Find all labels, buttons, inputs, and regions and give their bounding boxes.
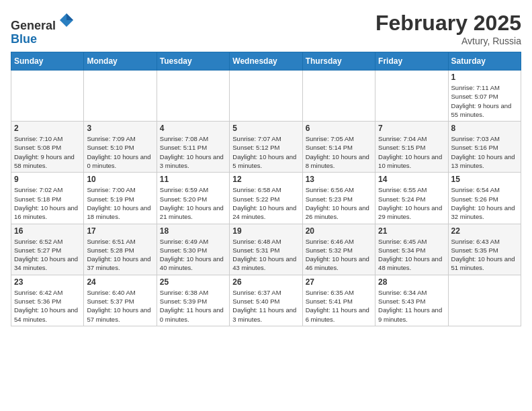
day-number: 3 [87, 124, 153, 133]
logo-blue: Blue [11, 32, 37, 46]
day-info: Sunrise: 6:35 AM Sunset: 5:41 PM Dayligh… [306, 288, 372, 324]
day-number: 27 [306, 277, 372, 287]
col-sunday: Sunday [11, 52, 84, 71]
col-saturday: Saturday [448, 52, 521, 71]
col-thursday: Thursday [302, 52, 375, 71]
day-info: Sunrise: 6:58 AM Sunset: 5:22 PM Dayligh… [232, 185, 299, 221]
day-number: 9 [14, 175, 81, 184]
day-info: Sunrise: 6:42 AM Sunset: 5:36 PM Dayligh… [14, 288, 81, 324]
day-info: Sunrise: 6:37 AM Sunset: 5:40 PM Dayligh… [232, 288, 299, 324]
calendar-cell: 24Sunrise: 6:40 AM Sunset: 5:37 PM Dayli… [84, 275, 157, 326]
calendar-cell: 21Sunrise: 6:45 AM Sunset: 5:34 PM Dayli… [375, 224, 448, 275]
day-number: 13 [306, 175, 372, 184]
calendar-cell: 6Sunrise: 7:05 AM Sunset: 5:14 PM Daylig… [302, 122, 375, 173]
col-friday: Friday [375, 52, 448, 71]
calendar-cell: 5Sunrise: 7:07 AM Sunset: 5:12 PM Daylig… [230, 122, 302, 173]
day-number: 17 [87, 226, 153, 236]
day-number: 1 [451, 73, 518, 82]
svg-marker-1 [66, 13, 73, 20]
day-info: Sunrise: 7:08 AM Sunset: 5:11 PM Dayligh… [160, 134, 226, 170]
calendar-cell: 27Sunrise: 6:35 AM Sunset: 5:41 PM Dayli… [302, 275, 375, 326]
calendar-cell [84, 71, 157, 122]
day-info: Sunrise: 6:43 AM Sunset: 5:35 PM Dayligh… [451, 237, 518, 273]
day-number: 4 [160, 124, 226, 133]
day-info: Sunrise: 7:00 AM Sunset: 5:19 PM Dayligh… [87, 185, 153, 221]
calendar-week-4: 16Sunrise: 6:52 AM Sunset: 5:27 PM Dayli… [11, 224, 521, 275]
col-tuesday: Tuesday [157, 52, 229, 71]
day-info: Sunrise: 6:46 AM Sunset: 5:32 PM Dayligh… [306, 237, 372, 273]
calendar-cell: 18Sunrise: 6:49 AM Sunset: 5:30 PM Dayli… [157, 224, 229, 275]
day-info: Sunrise: 6:51 AM Sunset: 5:28 PM Dayligh… [87, 237, 153, 273]
title-area: February 2025 Avtury, Russia [375, 11, 521, 46]
day-number: 23 [14, 277, 81, 287]
day-number: 11 [160, 175, 226, 184]
calendar-cell: 3Sunrise: 7:09 AM Sunset: 5:10 PM Daylig… [84, 122, 157, 173]
day-info: Sunrise: 6:40 AM Sunset: 5:37 PM Dayligh… [87, 288, 153, 324]
day-info: Sunrise: 7:03 AM Sunset: 5:16 PM Dayligh… [451, 134, 518, 170]
day-number: 5 [232, 124, 299, 133]
calendar-cell: 7Sunrise: 7:04 AM Sunset: 5:15 PM Daylig… [375, 122, 448, 173]
day-number: 7 [378, 124, 445, 133]
day-number: 20 [306, 226, 372, 236]
calendar-cell: 12Sunrise: 6:58 AM Sunset: 5:22 PM Dayli… [230, 173, 302, 224]
calendar-cell: 22Sunrise: 6:43 AM Sunset: 5:35 PM Dayli… [448, 224, 521, 275]
day-info: Sunrise: 6:38 AM Sunset: 5:39 PM Dayligh… [160, 288, 226, 324]
day-info: Sunrise: 6:59 AM Sunset: 5:20 PM Dayligh… [160, 185, 226, 221]
logo-general: General [11, 19, 56, 32]
calendar-cell: 2Sunrise: 7:10 AM Sunset: 5:08 PM Daylig… [11, 122, 84, 173]
day-number: 26 [232, 277, 299, 287]
calendar-cell: 25Sunrise: 6:38 AM Sunset: 5:39 PM Dayli… [157, 275, 229, 326]
day-info: Sunrise: 6:34 AM Sunset: 5:43 PM Dayligh… [378, 288, 445, 324]
calendar-cell: 1Sunrise: 7:11 AM Sunset: 5:07 PM Daylig… [448, 71, 521, 122]
calendar-cell: 14Sunrise: 6:55 AM Sunset: 5:24 PM Dayli… [375, 173, 448, 224]
calendar-cell [230, 71, 302, 122]
calendar-week-2: 2Sunrise: 7:10 AM Sunset: 5:08 PM Daylig… [11, 122, 521, 173]
calendar-cell [11, 71, 84, 122]
day-number: 12 [232, 175, 299, 184]
day-info: Sunrise: 6:48 AM Sunset: 5:31 PM Dayligh… [232, 237, 299, 273]
calendar-week-3: 9Sunrise: 7:02 AM Sunset: 5:18 PM Daylig… [11, 173, 521, 224]
calendar-cell: 9Sunrise: 7:02 AM Sunset: 5:18 PM Daylig… [11, 173, 84, 224]
day-number: 25 [160, 277, 226, 287]
col-wednesday: Wednesday [230, 52, 302, 71]
day-info: Sunrise: 6:54 AM Sunset: 5:26 PM Dayligh… [451, 185, 518, 221]
calendar-week-1: 1Sunrise: 7:11 AM Sunset: 5:07 PM Daylig… [11, 71, 521, 122]
calendar-cell: 15Sunrise: 6:54 AM Sunset: 5:26 PM Dayli… [448, 173, 521, 224]
day-number: 19 [232, 226, 299, 236]
calendar-cell: 16Sunrise: 6:52 AM Sunset: 5:27 PM Dayli… [11, 224, 84, 275]
day-info: Sunrise: 7:11 AM Sunset: 5:07 PM Dayligh… [451, 83, 518, 119]
col-monday: Monday [84, 52, 157, 71]
calendar-cell: 19Sunrise: 6:48 AM Sunset: 5:31 PM Dayli… [230, 224, 302, 275]
calendar-cell: 20Sunrise: 6:46 AM Sunset: 5:32 PM Dayli… [302, 224, 375, 275]
calendar-header-row: Sunday Monday Tuesday Wednesday Thursday… [11, 52, 521, 71]
calendar: Sunday Monday Tuesday Wednesday Thursday… [11, 52, 521, 326]
day-info: Sunrise: 7:09 AM Sunset: 5:10 PM Dayligh… [87, 134, 153, 170]
day-info: Sunrise: 7:10 AM Sunset: 5:08 PM Dayligh… [14, 134, 81, 170]
day-info: Sunrise: 7:04 AM Sunset: 5:15 PM Dayligh… [378, 134, 445, 170]
day-info: Sunrise: 6:49 AM Sunset: 5:30 PM Dayligh… [160, 237, 226, 273]
location: Avtury, Russia [375, 36, 521, 46]
calendar-cell: 4Sunrise: 7:08 AM Sunset: 5:11 PM Daylig… [157, 122, 229, 173]
day-info: Sunrise: 6:55 AM Sunset: 5:24 PM Dayligh… [378, 185, 445, 221]
calendar-cell [375, 71, 448, 122]
day-number: 24 [87, 277, 153, 287]
day-number: 6 [306, 124, 372, 133]
day-number: 28 [378, 277, 445, 287]
day-info: Sunrise: 6:45 AM Sunset: 5:34 PM Dayligh… [378, 237, 445, 273]
day-number: 15 [451, 175, 518, 184]
page-header: General Blue February 2025 Avtury, Russi… [11, 11, 521, 46]
day-number: 10 [87, 175, 153, 184]
calendar-cell: 17Sunrise: 6:51 AM Sunset: 5:28 PM Dayli… [84, 224, 157, 275]
day-number: 14 [378, 175, 445, 184]
day-info: Sunrise: 7:02 AM Sunset: 5:18 PM Dayligh… [14, 185, 81, 221]
day-number: 21 [378, 226, 445, 236]
calendar-week-5: 23Sunrise: 6:42 AM Sunset: 5:36 PM Dayli… [11, 275, 521, 326]
logo: General Blue [11, 11, 76, 46]
calendar-cell: 8Sunrise: 7:03 AM Sunset: 5:16 PM Daylig… [448, 122, 521, 173]
calendar-cell: 28Sunrise: 6:34 AM Sunset: 5:43 PM Dayli… [375, 275, 448, 326]
day-info: Sunrise: 7:05 AM Sunset: 5:14 PM Dayligh… [306, 134, 372, 170]
calendar-cell: 23Sunrise: 6:42 AM Sunset: 5:36 PM Dayli… [11, 275, 84, 326]
day-info: Sunrise: 6:52 AM Sunset: 5:27 PM Dayligh… [14, 237, 81, 273]
day-number: 22 [451, 226, 518, 236]
calendar-cell: 13Sunrise: 6:56 AM Sunset: 5:23 PM Dayli… [302, 173, 375, 224]
